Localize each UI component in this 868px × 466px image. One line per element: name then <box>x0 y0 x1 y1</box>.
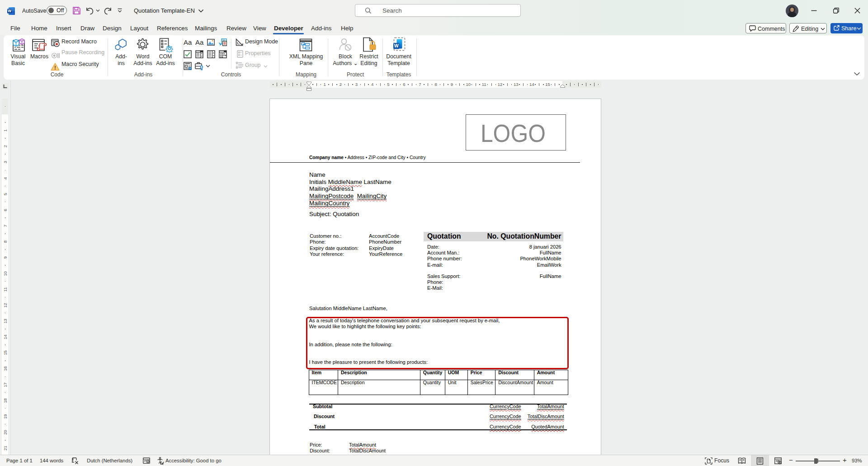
svg-text:W: W <box>8 9 11 13</box>
svg-text:W: W <box>394 43 399 48</box>
